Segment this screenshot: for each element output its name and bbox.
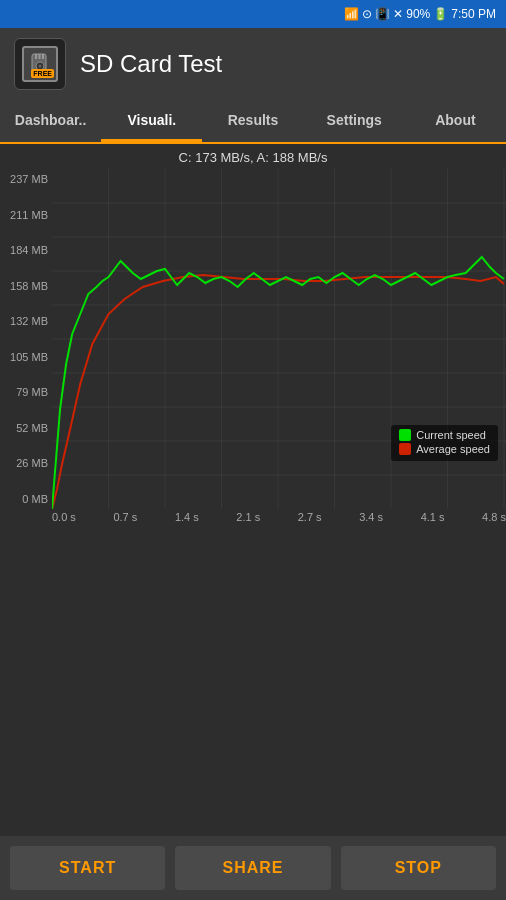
bottom-bar: START SHARE STOP xyxy=(0,836,506,900)
tab-bar: Dashboar.. Visuali. Results Settings Abo… xyxy=(0,100,506,144)
y-label: 105 MB xyxy=(6,351,48,363)
sd-card-icon: FREE xyxy=(22,46,58,82)
chart-wrapper: 0 MB26 MB52 MB79 MB105 MB132 MB158 MB184… xyxy=(0,169,506,509)
tab-results[interactable]: Results xyxy=(202,98,303,142)
time-display: 7:50 PM xyxy=(451,7,496,21)
sim-icon: ✕ xyxy=(393,7,403,21)
y-label: 184 MB xyxy=(6,244,48,256)
x-label: 0.7 s xyxy=(113,511,137,523)
status-bar: 📶 ⊙ 📳 ✕ 90% 🔋 7:50 PM xyxy=(0,0,506,28)
tab-about[interactable]: About xyxy=(405,98,506,142)
y-label: 79 MB xyxy=(6,386,48,398)
y-label: 158 MB xyxy=(6,280,48,292)
tab-settings[interactable]: Settings xyxy=(304,98,405,142)
svg-rect-1 xyxy=(35,54,37,59)
current-label: Current speed xyxy=(416,429,486,441)
status-icons: 📶 ⊙ 📳 ✕ 90% 🔋 7:50 PM xyxy=(344,7,496,21)
chart-legend: Current speed Average speed xyxy=(391,425,498,461)
content-area xyxy=(0,527,506,887)
y-label: 26 MB xyxy=(6,457,48,469)
battery-icon: 🔋 xyxy=(433,7,448,21)
app-header: FREE SD Card Test xyxy=(0,28,506,100)
x-label: 4.1 s xyxy=(421,511,445,523)
x-label: 3.4 s xyxy=(359,511,383,523)
x-label: 2.7 s xyxy=(298,511,322,523)
y-label: 52 MB xyxy=(6,422,48,434)
stop-button[interactable]: STOP xyxy=(341,846,496,890)
chart-area: Current speed Average speed xyxy=(52,169,506,509)
current-color-box xyxy=(399,429,411,441)
average-label: Average speed xyxy=(416,443,490,455)
free-badge: FREE xyxy=(31,69,54,78)
y-label: 237 MB xyxy=(6,173,48,185)
svg-point-5 xyxy=(39,65,42,68)
tab-visualise[interactable]: Visuali. xyxy=(101,98,202,142)
legend-average: Average speed xyxy=(399,443,490,455)
x-axis: 0.0 s0.7 s1.4 s2.1 s2.7 s3.4 s4.1 s4.8 s xyxy=(0,509,506,527)
chart-title: C: 173 MB/s, A: 188 MB/s xyxy=(0,150,506,165)
data-icon: ⊙ xyxy=(362,7,372,21)
x-label: 4.8 s xyxy=(482,511,506,523)
y-label: 211 MB xyxy=(6,209,48,221)
y-axis: 0 MB26 MB52 MB79 MB105 MB132 MB158 MB184… xyxy=(0,169,52,509)
vibrate-icon: 📳 xyxy=(375,7,390,21)
legend-current: Current speed xyxy=(399,429,490,441)
share-button[interactable]: SHARE xyxy=(175,846,330,890)
x-label: 2.1 s xyxy=(236,511,260,523)
y-label: 132 MB xyxy=(6,315,48,327)
signal-icon: 📶 xyxy=(344,7,359,21)
x-label: 1.4 s xyxy=(175,511,199,523)
tab-dashboard[interactable]: Dashboar.. xyxy=(0,98,101,142)
svg-rect-2 xyxy=(39,54,41,59)
average-color-box xyxy=(399,443,411,455)
app-icon: FREE xyxy=(14,38,66,90)
x-label: 0.0 s xyxy=(52,511,76,523)
y-label: 0 MB xyxy=(6,493,48,505)
app-title: SD Card Test xyxy=(80,50,222,78)
chart-container: C: 173 MB/s, A: 188 MB/s 0 MB26 MB52 MB7… xyxy=(0,144,506,527)
battery-text: 90% xyxy=(406,7,430,21)
start-button[interactable]: START xyxy=(10,846,165,890)
svg-rect-3 xyxy=(42,54,44,59)
